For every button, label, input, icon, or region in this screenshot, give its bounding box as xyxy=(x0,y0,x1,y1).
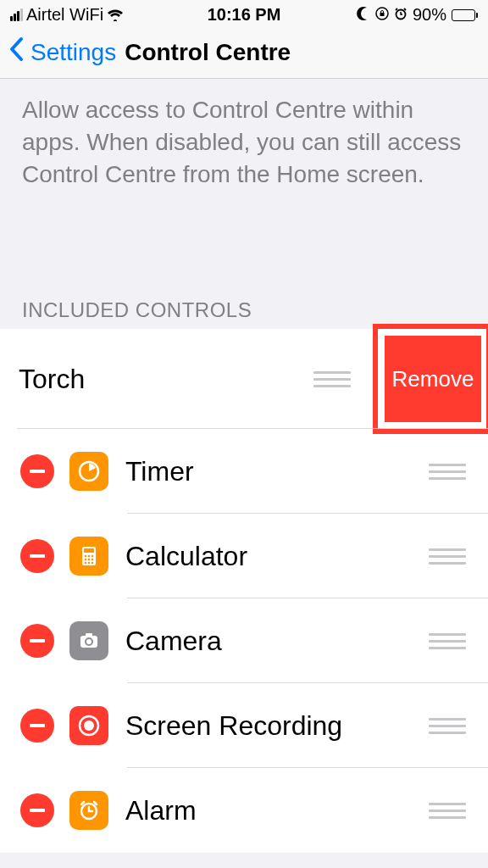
wifi-icon xyxy=(107,8,124,21)
control-row-screen-recording[interactable]: Screen Recording xyxy=(0,683,488,768)
page-title: Control Centre xyxy=(125,39,291,66)
included-controls-list: Torch Remove Timer Calcul xyxy=(0,329,488,853)
svg-point-13 xyxy=(88,562,91,565)
reorder-handle-icon[interactable] xyxy=(429,803,466,819)
control-row-calculator[interactable]: Calculator xyxy=(0,514,488,598)
do-not-disturb-icon xyxy=(357,5,370,25)
battery-icon xyxy=(452,9,478,21)
svg-point-18 xyxy=(86,639,92,644)
back-label: Settings xyxy=(30,39,116,66)
reorder-handle-icon[interactable] xyxy=(429,548,466,565)
remove-button[interactable]: Remove xyxy=(385,336,481,422)
reorder-handle-icon[interactable] xyxy=(429,633,466,649)
delete-circle-icon[interactable] xyxy=(20,454,54,488)
control-row-alarm[interactable]: Alarm xyxy=(0,768,488,853)
status-left: Airtel WiFi xyxy=(10,5,124,25)
delete-circle-icon[interactable] xyxy=(20,793,54,827)
control-row-torch[interactable]: Torch Remove xyxy=(0,329,488,429)
battery-percent: 90% xyxy=(413,5,446,25)
control-label: Alarm xyxy=(125,795,429,826)
delete-circle-icon[interactable] xyxy=(20,539,54,573)
status-right: 90% xyxy=(357,5,478,25)
remove-button-container: Remove xyxy=(378,329,488,429)
remove-button-label: Remove xyxy=(392,366,474,392)
svg-point-9 xyxy=(85,559,87,561)
alarm-app-icon xyxy=(69,791,108,830)
orientation-lock-icon xyxy=(375,5,389,25)
svg-point-20 xyxy=(84,721,94,731)
delete-circle-icon[interactable] xyxy=(20,624,54,658)
svg-point-8 xyxy=(92,555,94,558)
section-header: INCLUDED CONTROLS xyxy=(0,214,488,329)
control-label: Camera xyxy=(125,626,429,657)
calculator-icon xyxy=(69,537,108,576)
svg-rect-5 xyxy=(84,548,94,553)
control-label: Timer xyxy=(125,456,429,487)
control-row-camera[interactable]: Camera xyxy=(0,598,488,683)
reorder-handle-icon[interactable] xyxy=(313,371,351,387)
svg-point-11 xyxy=(92,559,94,561)
svg-point-10 xyxy=(88,559,91,561)
back-button[interactable]: Settings xyxy=(8,36,116,68)
navigation-bar: Settings Control Centre xyxy=(0,28,488,79)
svg-point-7 xyxy=(88,555,91,558)
reorder-handle-icon[interactable] xyxy=(429,718,466,734)
timer-icon xyxy=(69,452,108,491)
camera-icon xyxy=(69,621,108,660)
delete-circle-icon[interactable] xyxy=(20,709,54,743)
control-label: Calculator xyxy=(125,541,429,572)
carrier-label: Airtel WiFi xyxy=(26,5,103,25)
status-time: 10:16 PM xyxy=(208,5,281,25)
control-label: Screen Recording xyxy=(125,710,429,742)
screen-recording-icon xyxy=(69,706,108,745)
cellular-signal-icon xyxy=(10,8,23,21)
chevron-left-icon xyxy=(8,36,25,68)
svg-point-6 xyxy=(85,555,87,558)
svg-point-14 xyxy=(92,562,94,565)
control-row-timer[interactable]: Timer xyxy=(0,429,488,514)
description-text: Allow access to Control Centre within ap… xyxy=(0,79,488,214)
svg-rect-16 xyxy=(86,633,92,637)
alarm-icon xyxy=(394,5,408,25)
status-bar: Airtel WiFi 10:16 PM 90% xyxy=(0,0,488,28)
svg-rect-1 xyxy=(380,13,384,16)
reorder-handle-icon[interactable] xyxy=(429,464,466,480)
svg-point-12 xyxy=(85,562,87,565)
control-label: Torch xyxy=(19,364,313,395)
